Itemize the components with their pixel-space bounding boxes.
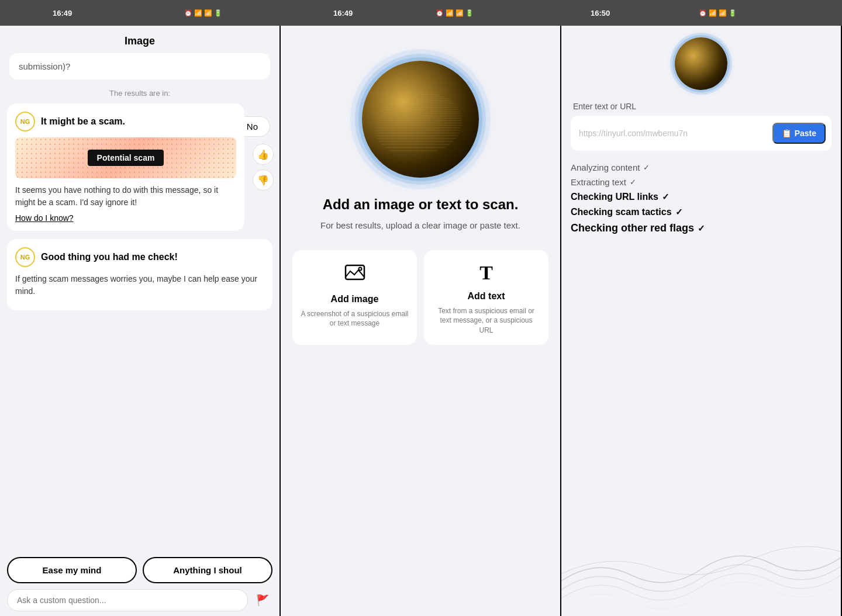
panel-2: Add an image or text to scan. For best r… (281, 0, 561, 616)
result-card-2: NG Good thing you had me check! If getti… (7, 239, 272, 310)
orb-visual (362, 61, 479, 178)
card1-header: NG It might be a scam. (15, 112, 236, 131)
svg-point-1 (358, 267, 361, 270)
orb-small (675, 37, 727, 90)
analysis-section: Analyzing content ✓ Extracting text ✓ Ch… (571, 162, 831, 234)
results-label: The results are in: (0, 89, 279, 98)
card2-body: If getting scam messages worries you, ma… (15, 273, 264, 297)
text-icon: T (479, 262, 493, 284)
card2-header: NG Good thing you had me check! (15, 247, 264, 267)
check-5: ✓ (698, 223, 705, 234)
status-icons-1: ⏰ 📶 📶 🔋 (184, 9, 222, 17)
url-input-row: https://tinyurl.com/mwbemu7n 📋 Paste (571, 116, 831, 151)
thumb-buttons: 👍 👎 (253, 144, 274, 191)
image-icon (344, 262, 365, 287)
how-link[interactable]: How do I know? (15, 213, 236, 223)
status-time-2: 16:49 (333, 9, 353, 18)
scam-visual: Potential scam (15, 137, 236, 178)
thumb-up-button[interactable]: 👍 (253, 144, 274, 165)
thumb-down-button[interactable]: 👎 (253, 169, 274, 191)
add-text-title: Add text (468, 291, 505, 302)
scan-option-cards: Add image A screenshot of a suspicious e… (292, 250, 548, 345)
analysis-label-2: Extracting text (571, 177, 626, 187)
status-icons-3: ⏰ 📶 📶 🔋 (699, 9, 737, 17)
input-bar: 🚩 (7, 589, 272, 611)
analysis-item-3: Checking URL links ✓ (571, 192, 831, 202)
flag-button[interactable]: 🚩 (253, 590, 272, 610)
add-text-card[interactable]: T Add text Text from a suspicious email … (424, 250, 548, 345)
analysis-label-4: Checking scam tactics (571, 207, 672, 217)
panel2-main-title: Add an image or text to scan. (323, 195, 519, 213)
check-4: ✓ (675, 207, 683, 217)
status-time-3: 16:50 (591, 9, 610, 18)
check-1: ✓ (643, 163, 650, 172)
analysis-item-5: Checking other red flags ✓ (571, 222, 831, 234)
panel1-header: Image (0, 26, 279, 53)
panel2-subtitle: For best results, upload a clear image o… (320, 219, 520, 233)
analysis-label-5: Checking other red flags (571, 222, 694, 234)
card1-title: It might be a scam. (41, 116, 125, 127)
enter-text-label: Enter text or URL (561, 102, 841, 111)
analysis-item-4: Checking scam tactics ✓ (571, 207, 831, 217)
add-image-title: Add image (331, 294, 379, 304)
submission-text: submission)? (19, 61, 70, 71)
wave-decoration (561, 534, 841, 616)
card2-title: Good thing you had me check! (41, 252, 178, 262)
add-image-desc: A screenshot of a suspicious email or te… (301, 309, 409, 329)
bottom-buttons: Ease my mind Anything I shoul (0, 557, 279, 583)
avatar-2: NG (15, 247, 35, 267)
analysis-item-1: Analyzing content ✓ (571, 162, 831, 172)
analysis-item-2: Extracting text ✓ (571, 177, 831, 187)
status-time-1: 16:49 (53, 9, 72, 18)
paste-button[interactable]: 📋 Paste (772, 123, 826, 144)
analysis-label-3: Checking URL links (571, 192, 658, 202)
orb-large (362, 61, 479, 178)
check-3: ✓ (662, 192, 670, 202)
paste-icon: 📋 (782, 129, 792, 138)
scam-badge: Potential scam (88, 150, 164, 166)
status-bar: 16:49 ⏰ 📶 📶 🔋 16:49 ⏰ 📶 📶 🔋 16:50 ⏰ 📶 📶 … (0, 0, 842, 26)
custom-question-input[interactable] (7, 589, 248, 611)
add-image-card[interactable]: Add image A screenshot of a suspicious e… (292, 250, 417, 345)
ease-my-mind-button[interactable]: Ease my mind (7, 557, 137, 583)
panel-3: Enter text or URL https://tinyurl.com/mw… (561, 0, 842, 616)
url-display: https://tinyurl.com/mwbemu7n (579, 129, 768, 138)
submission-card: submission)? (9, 53, 270, 79)
panel2-content: Add an image or text to scan. For best r… (281, 26, 560, 357)
anything-i-should-button[interactable]: Anything I shoul (143, 557, 272, 583)
panel-1: Image submission)? No The results are in… (0, 0, 281, 616)
check-2: ✓ (630, 178, 636, 186)
add-text-desc: Text from a suspicious email or text mes… (432, 306, 540, 335)
paste-label: Paste (795, 129, 816, 138)
avatar-1: NG (15, 112, 35, 131)
status-icons-2: ⏰ 📶 📶 🔋 (436, 9, 474, 17)
card1-body: It seems you have nothing to do with thi… (15, 184, 236, 209)
result-card-1: NG It might be a scam. Potential scam It… (7, 103, 244, 231)
analysis-label-1: Analyzing content (571, 162, 640, 172)
